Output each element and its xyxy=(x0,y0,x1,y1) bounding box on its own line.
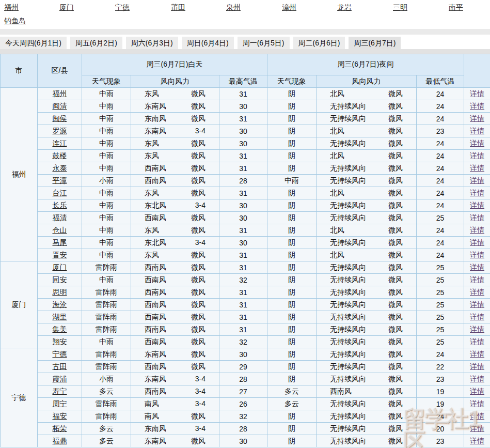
nav-link-xiamen[interactable]: 厦门 xyxy=(59,3,74,12)
wind-direction: 北风 xyxy=(330,189,344,198)
detail-link[interactable]: 详情 xyxy=(470,424,484,432)
table-row: 福清中雨西南风微风30阴无持续风向微风25详情 xyxy=(1,212,490,224)
nav-link-quanzhou[interactable]: 泉州 xyxy=(226,3,241,12)
district-link[interactable]: 平潭 xyxy=(53,176,67,184)
nav-link-fuzhou[interactable]: 福州 xyxy=(4,3,19,12)
detail-link[interactable]: 详情 xyxy=(470,288,484,296)
day-wind-cell: 东风微风 xyxy=(131,249,219,261)
night-wind-cell-inner: 无持续风向微风 xyxy=(330,300,403,310)
night-weather-cell: 阴 xyxy=(267,88,317,100)
detail-link[interactable]: 详情 xyxy=(470,387,484,395)
district-link[interactable]: 湖里 xyxy=(53,313,67,321)
night-wind-cell: 无持续风向微风 xyxy=(317,113,417,125)
nav-link-zhangzhou[interactable]: 漳州 xyxy=(282,3,296,12)
nav-link-putian[interactable]: 莆田 xyxy=(171,3,185,12)
district-link[interactable]: 台江 xyxy=(53,189,67,197)
district-link[interactable]: 马尾 xyxy=(53,238,67,246)
district-link[interactable]: 同安 xyxy=(53,275,67,284)
wind-force: 微风 xyxy=(388,139,403,148)
district-cell: 福州 xyxy=(38,88,82,100)
district-link[interactable]: 鼓楼 xyxy=(53,151,67,160)
district-link[interactable]: 长乐 xyxy=(53,201,67,209)
detail-link[interactable]: 详情 xyxy=(470,251,484,259)
detail-link[interactable]: 详情 xyxy=(470,399,484,408)
district-link[interactable]: 古田 xyxy=(53,362,67,370)
district-link[interactable]: 柘荣 xyxy=(53,424,67,432)
night-wind-cell-inner: 无持续风向微风 xyxy=(330,399,403,409)
detail-link[interactable]: 详情 xyxy=(470,300,484,308)
district-link[interactable]: 福州 xyxy=(53,89,67,98)
header-district: 区/县 xyxy=(38,54,82,88)
wind-force: 微风 xyxy=(388,251,403,260)
district-link[interactable]: 宁德 xyxy=(53,350,67,358)
night-weather-cell: 阴 xyxy=(267,323,317,336)
detail-cell: 详情 xyxy=(464,249,490,261)
district-link[interactable]: 永泰 xyxy=(53,164,67,172)
detail-link[interactable]: 详情 xyxy=(470,437,484,445)
detail-link[interactable]: 详情 xyxy=(470,164,484,172)
district-cell: 同安 xyxy=(38,274,82,286)
day-max-temp-cell: 32 xyxy=(219,410,267,423)
detail-link[interactable]: 详情 xyxy=(470,313,484,321)
nav-link-nanping[interactable]: 南平 xyxy=(449,3,463,12)
detail-link[interactable]: 详情 xyxy=(470,350,484,358)
detail-link[interactable]: 详情 xyxy=(470,412,484,420)
detail-link[interactable]: 详情 xyxy=(470,176,484,184)
district-link[interactable]: 海沧 xyxy=(53,300,67,308)
district-link[interactable]: 翔安 xyxy=(53,337,67,346)
tab-date-3[interactable]: 周日(6月4日) xyxy=(182,37,234,49)
detail-link[interactable]: 详情 xyxy=(470,238,484,246)
night-weather-cell: 阴 xyxy=(267,100,317,113)
tab-date-5[interactable]: 周二(6月6日) xyxy=(293,37,345,49)
detail-link[interactable]: 详情 xyxy=(470,375,484,383)
tab-date-2[interactable]: 周六(6月3日) xyxy=(126,37,178,49)
district-link[interactable]: 福安 xyxy=(53,412,67,420)
district-link[interactable]: 闽侯 xyxy=(53,114,67,122)
detail-link[interactable]: 详情 xyxy=(470,263,484,271)
district-link[interactable]: 厦门 xyxy=(53,263,67,271)
nav-link-diaoyudao[interactable]: 钓鱼岛 xyxy=(4,17,26,25)
wind-force: 微风 xyxy=(191,350,206,359)
detail-link[interactable]: 详情 xyxy=(470,114,484,122)
night-wind-cell: 无持续风向微风 xyxy=(317,100,417,113)
detail-link[interactable]: 详情 xyxy=(470,275,484,284)
district-link[interactable]: 闽清 xyxy=(53,102,67,110)
wind-direction: 无持续风向 xyxy=(330,313,366,322)
detail-link[interactable]: 详情 xyxy=(470,325,484,333)
wind-direction: 东风 xyxy=(145,89,159,99)
tab-date-1[interactable]: 周五(6月2日) xyxy=(70,37,122,49)
nav-link-longyan[interactable]: 龙岩 xyxy=(337,3,352,12)
detail-link[interactable]: 详情 xyxy=(470,127,484,135)
detail-link[interactable]: 详情 xyxy=(470,89,484,98)
night-wind-cell: 无持续风向微风 xyxy=(317,212,417,224)
district-link[interactable]: 福鼎 xyxy=(53,437,67,445)
detail-link[interactable]: 详情 xyxy=(470,213,484,222)
district-link[interactable]: 罗源 xyxy=(53,127,67,135)
detail-link[interactable]: 详情 xyxy=(470,139,484,147)
district-link[interactable]: 寿宁 xyxy=(53,387,67,395)
district-link[interactable]: 霞浦 xyxy=(53,375,67,383)
detail-link[interactable]: 详情 xyxy=(470,362,484,370)
day-weather-cell: 中雨 xyxy=(82,237,131,249)
detail-link[interactable]: 详情 xyxy=(470,102,484,110)
district-link[interactable]: 福清 xyxy=(53,213,67,222)
tab-date-6-selected[interactable]: 周三(6月7日) xyxy=(349,37,401,54)
district-link[interactable]: 思明 xyxy=(53,288,67,296)
tab-date-0[interactable]: 今天周四(6月1日) xyxy=(0,37,67,49)
district-link[interactable]: 集美 xyxy=(53,325,67,333)
district-link[interactable]: 连江 xyxy=(53,139,67,147)
detail-link[interactable]: 详情 xyxy=(470,226,484,234)
night-wind-cell-inner: 无持续风向微风 xyxy=(330,313,403,322)
nav-link-ningde[interactable]: 宁德 xyxy=(115,3,130,12)
district-cell: 闽侯 xyxy=(38,113,82,125)
district-link[interactable]: 周宁 xyxy=(53,399,67,408)
detail-link[interactable]: 详情 xyxy=(470,151,484,160)
nav-link-sanming[interactable]: 三明 xyxy=(393,3,407,12)
detail-link[interactable]: 详情 xyxy=(470,189,484,197)
detail-link[interactable]: 详情 xyxy=(470,337,484,346)
district-link[interactable]: 晋安 xyxy=(53,251,67,259)
detail-link[interactable]: 详情 xyxy=(470,201,484,209)
district-link[interactable]: 仓山 xyxy=(53,226,67,234)
tab-date-4[interactable]: 周一(6月5日) xyxy=(238,37,290,49)
day-max-temp-cell: 30 xyxy=(219,125,267,137)
